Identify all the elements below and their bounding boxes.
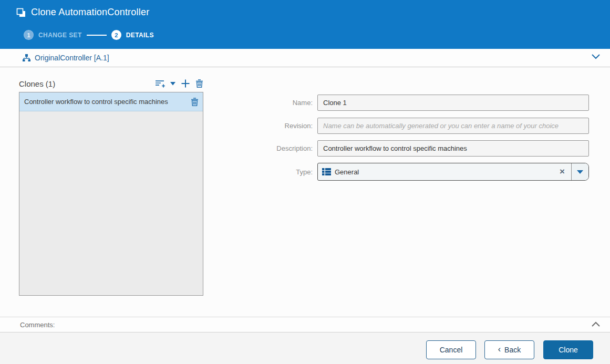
step-1-circle: 1 bbox=[24, 30, 34, 40]
type-dropdown-button[interactable] bbox=[571, 163, 588, 180]
comments-label: Comments: bbox=[20, 321, 55, 329]
clones-panel-header: Clones (1) bbox=[19, 77, 203, 90]
collapse-section-chevron-down-icon[interactable] bbox=[591, 54, 601, 59]
name-field-label: Name: bbox=[0, 99, 317, 107]
expand-section-chevron-up-icon[interactable] bbox=[591, 321, 601, 327]
back-button-label: Back bbox=[504, 346, 521, 354]
type-clear-x-icon[interactable]: × bbox=[553, 163, 571, 180]
clone-dialog: Clone AutomationController 1 CHANGE SET … bbox=[0, 0, 610, 364]
clones-panel-title: Clones (1) bbox=[19, 79, 55, 88]
type-field-label: Type: bbox=[0, 168, 317, 176]
type-combobox[interactable]: General × bbox=[317, 163, 589, 181]
clone-button[interactable]: Clone bbox=[543, 340, 593, 359]
step-change-set[interactable]: 1 CHANGE SET bbox=[24, 30, 82, 40]
dialog-title: Clone AutomationController bbox=[31, 7, 149, 18]
revision-field-label: Revision: bbox=[0, 122, 317, 130]
revision-input[interactable] bbox=[317, 118, 589, 134]
dropdown-caret-icon bbox=[577, 170, 583, 174]
description-input[interactable] bbox=[317, 140, 589, 157]
step-2-circle: 2 bbox=[111, 30, 121, 40]
hierarchy-icon bbox=[22, 54, 31, 62]
step-details[interactable]: 2 DETAILS bbox=[111, 30, 154, 40]
type-selected-value: General bbox=[335, 168, 359, 176]
step-2-label: DETAILS bbox=[126, 32, 154, 39]
dialog-header: Clone AutomationController 1 CHANGE SET … bbox=[0, 0, 610, 49]
comments-section-header[interactable]: Comments: bbox=[0, 317, 610, 332]
delete-clone-trash-icon[interactable] bbox=[195, 79, 203, 88]
description-field-label: Description: bbox=[0, 144, 317, 152]
type-value-area[interactable]: General bbox=[318, 163, 553, 180]
step-connector bbox=[87, 35, 107, 36]
list-type-icon bbox=[322, 168, 331, 176]
source-object-label: OriginalController [A.1] bbox=[35, 54, 109, 62]
cancel-button[interactable]: Cancel bbox=[426, 340, 476, 359]
source-object-row: OriginalController [A.1] bbox=[0, 49, 610, 67]
back-button[interactable]: ‹ Back bbox=[484, 340, 534, 359]
dialog-footer: Cancel ‹ Back Clone bbox=[0, 332, 610, 364]
step-indicator: 1 CHANGE SET 2 DETAILS bbox=[24, 30, 154, 40]
add-filter-icon[interactable] bbox=[155, 79, 165, 88]
back-chevron-icon: ‹ bbox=[498, 345, 501, 354]
caret-down-icon[interactable] bbox=[170, 82, 175, 86]
add-clone-plus-icon[interactable] bbox=[181, 79, 190, 88]
step-1-label: CHANGE SET bbox=[38, 32, 82, 39]
name-input[interactable] bbox=[317, 95, 589, 111]
clone-icon bbox=[16, 7, 26, 18]
